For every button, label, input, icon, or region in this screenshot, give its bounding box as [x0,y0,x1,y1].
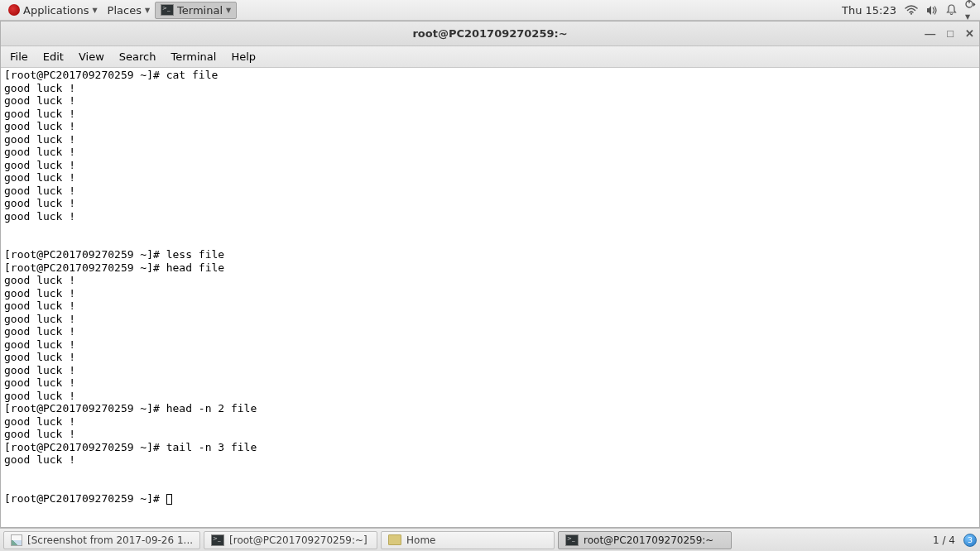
menu-file[interactable]: File [2,48,36,65]
taskbar-item-terminal-1[interactable]: [root@PC201709270259:~] [204,531,377,549]
terminal-app-menu[interactable]: Terminal ▼ [155,2,237,19]
taskbar-item-label: Home [406,534,435,546]
applications-label: Applications [23,4,89,17]
applications-menu[interactable]: Applications ▼ [3,2,103,18]
maximize-button[interactable]: □ [947,27,954,40]
bottom-taskbar: [Screenshot from 2017-09-26 1... [root@P… [0,528,980,551]
close-button[interactable]: ✕ [965,27,974,40]
terminal-output[interactable]: [root@PC201709270259 ~]# cat file good l… [1,68,979,527]
workspace-pager[interactable]: 1 / 4 [928,534,960,546]
menu-search[interactable]: Search [112,48,164,65]
taskbar-item-label: root@PC201709270259:~ [584,534,713,546]
distro-logo-icon [8,4,20,16]
menu-terminal[interactable]: Terminal [163,48,223,65]
taskbar-item-label: [Screenshot from 2017-09-26 1... [27,534,193,546]
menu-edit[interactable]: Edit [36,48,71,65]
clock[interactable]: Thu 15:23 [842,4,896,17]
menu-view[interactable]: View [71,48,112,65]
minimize-button[interactable]: — [925,27,935,40]
taskbar-item-screenshot[interactable]: [Screenshot from 2017-09-26 1... [3,531,200,549]
window-title: root@PC201709270259:~ [412,27,567,40]
dropdown-arrow-icon: ▼ [145,7,150,14]
terminal-cursor [166,494,172,505]
dropdown-arrow-icon: ▼ [226,7,231,14]
menubar: File Edit View Search Terminal Help [1,46,979,68]
window-titlebar[interactable]: root@PC201709270259:~ — □ ✕ [1,22,979,46]
taskbar-item-label: [root@PC201709270259:~] [229,534,368,546]
taskbar-item-home[interactable]: Home [381,531,555,549]
image-icon [11,534,22,546]
places-label: Places [108,4,142,17]
menu-help[interactable]: Help [223,48,263,65]
network-icon[interactable] [905,5,918,15]
terminal-app-label: Terminal [177,4,223,17]
places-menu[interactable]: Places ▼ [103,2,156,18]
taskbar-item-terminal-2[interactable]: root@PC201709270259:~ [558,531,732,549]
terminal-icon [565,534,579,546]
dropdown-arrow-icon: ▼ [965,13,970,21]
terminal-window: root@PC201709270259:~ — □ ✕ File Edit Vi… [0,21,980,528]
power-menu[interactable]: ▼ [965,0,977,22]
svg-point-0 [910,13,912,15]
terminal-icon [161,4,174,16]
dropdown-arrow-icon: ▼ [92,7,97,14]
tray-indicator-icon[interactable]: 3 [963,534,977,547]
gnome-top-panel: Applications ▼ Places ▼ Terminal ▼ Thu 1… [0,0,980,21]
volume-icon[interactable] [926,5,938,16]
folder-icon [388,534,401,545]
terminal-icon [211,534,224,546]
notification-icon[interactable] [946,4,957,16]
